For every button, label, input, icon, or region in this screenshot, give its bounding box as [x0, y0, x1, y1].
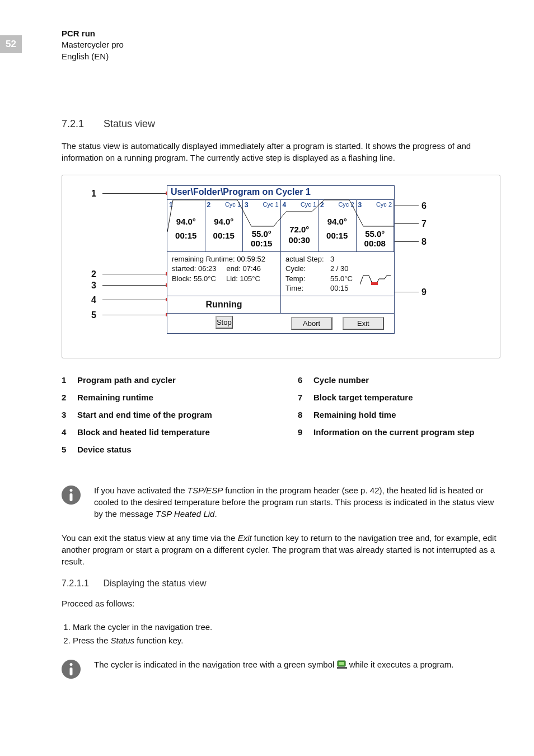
device-button-row: Stop Abort Exit	[167, 314, 394, 333]
header-line1: PCR run	[62, 28, 500, 39]
intro-paragraph: The status view is automatically display…	[62, 140, 500, 164]
step-cell-2: 2 Cyc 1 94.0° 00:15	[205, 200, 243, 251]
section-title: Status view	[104, 118, 155, 129]
procedure-steps: Mark the cycler in the navigation tree. …	[62, 620, 500, 647]
step-1: Mark the cycler in the navigation tree.	[73, 620, 500, 634]
info-right: actual Step:3 Cycle:2 / 30 Temp:55.0°C T…	[281, 252, 394, 296]
callout-8: 8	[421, 237, 427, 247]
cycler-running-icon	[337, 660, 347, 669]
program-path-title: User\Folder\Program on Cycler 1	[167, 186, 394, 200]
figure-legend: 1Program path and cycler 2Remaining runt…	[62, 375, 500, 462]
legend-4: Block and heated lid temperature	[77, 427, 210, 437]
legend-2: Remaining runtime	[77, 393, 153, 402]
callout-4: 4	[91, 295, 96, 305]
block-temp: Block: 55.0°C	[172, 274, 216, 283]
info-left: remaining Runtime: 00:59:52 started: 06:…	[167, 252, 281, 296]
section-heading: 7.2.1 Status view	[62, 118, 500, 130]
subsection-heading: 7.2.1.1 Displaying the status view	[62, 578, 500, 589]
callout-2: 2	[91, 269, 96, 279]
status-row: Running	[167, 296, 394, 314]
status-view-figure: 1 2 3 4 5 6 7 8 9	[62, 175, 500, 358]
end-time: end: 07:46	[227, 264, 261, 273]
remaining-runtime: remaining Runtime: 00:59:52	[172, 254, 276, 264]
device-status: Running	[167, 296, 280, 313]
legend-9: Information on the current program step	[313, 427, 475, 437]
program-steps-row: 1 94.0° 00:15 2 Cyc 1 94.0° 00:15 3	[167, 200, 394, 252]
legend-6: Cycle number	[313, 375, 369, 385]
start-time: started: 06:23	[172, 264, 217, 273]
section-number: 7.2.1	[62, 118, 101, 130]
callout-6: 6	[421, 201, 427, 211]
exit-button[interactable]: Exit	[343, 317, 384, 330]
svg-rect-2	[339, 662, 344, 665]
info-note-green-symbol: The cycler is indicated in the navigatio…	[62, 659, 500, 679]
legend-3: Start and end time of the program	[77, 410, 212, 419]
lid-temp: Lid: 105°C	[226, 274, 260, 283]
info-icon	[62, 486, 81, 505]
subsection-title: Displaying the status view	[103, 578, 206, 588]
step-2: Press the Status function key.	[73, 634, 500, 647]
legend-8: Remaining hold time	[313, 410, 396, 419]
legend-7: Block target temperature	[313, 393, 413, 402]
step-cell-5: 2 Cyc 2 94.0° 00:15	[318, 200, 357, 251]
header-line2: Mastercycler pro	[62, 39, 500, 50]
legend-5: Device status	[77, 445, 132, 454]
running-header: PCR run Mastercycler pro English (EN)	[62, 28, 500, 62]
proceed-label: Proceed as follows:	[62, 598, 500, 609]
subsection-number: 7.2.1.1	[62, 578, 101, 589]
abort-button[interactable]: Abort	[291, 317, 332, 330]
stop-button[interactable]: Stop	[216, 316, 233, 329]
callout-3: 3	[91, 281, 96, 291]
step-cell-1: 1 94.0° 00:15	[167, 200, 205, 251]
step-cell-6: 3 Cyc 2 55.0° 00:08	[357, 200, 395, 251]
info-row: remaining Runtime: 00:59:52 started: 06:…	[167, 252, 394, 296]
info-icon	[62, 660, 81, 679]
header-line3: English (EN)	[62, 51, 500, 62]
mini-profile-icon	[360, 272, 391, 288]
svg-rect-0	[371, 282, 378, 285]
legend-1: Program path and cycler	[77, 375, 176, 385]
info-note-tsp: If you have activated the TSP/ESP functi…	[62, 484, 500, 520]
step-cell-4: 4 Cyc 1 72.0° 00:30	[281, 200, 319, 251]
exit-paragraph: You can exit the status view at any time…	[62, 532, 500, 567]
callout-7: 7	[421, 219, 427, 229]
page-number: 52	[0, 35, 22, 53]
svg-rect-3	[337, 667, 347, 669]
step-cell-3: 3 Cyc 1 55.0° 00:15	[243, 200, 281, 251]
device-screen: User\Folder\Program on Cycler 1 1 94.0° …	[167, 185, 395, 334]
callout-1: 1	[91, 189, 96, 199]
callout-9: 9	[421, 287, 427, 297]
callout-5: 5	[91, 310, 96, 320]
